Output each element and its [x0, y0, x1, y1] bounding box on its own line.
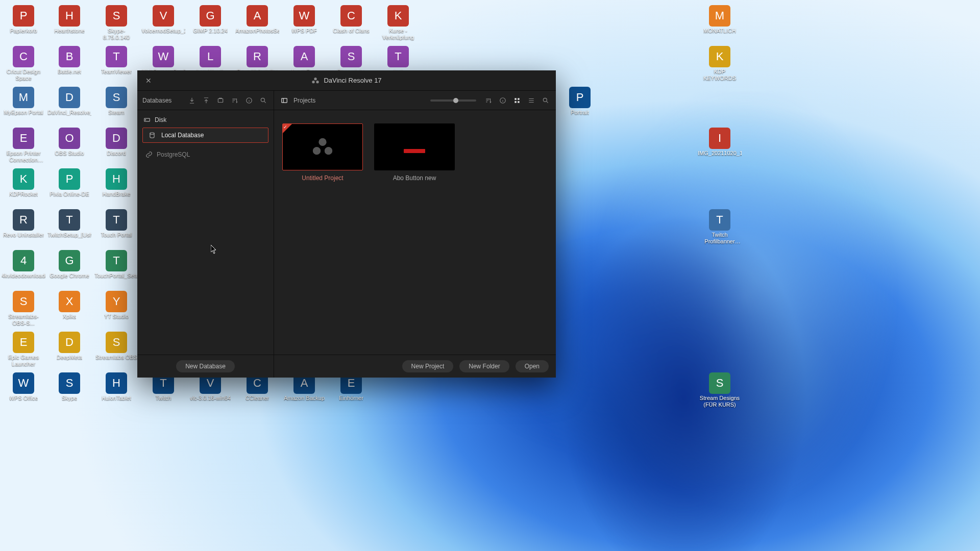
app-icon: W	[293, 5, 315, 27]
desktop-icon[interactable]: CCricut Design Space	[1, 45, 46, 83]
svg-rect-14	[518, 101, 520, 103]
desktop-icon[interactable]: SSteam	[94, 86, 139, 123]
desktop-icon[interactable]: SSkype	[47, 371, 92, 409]
list-view-icon[interactable]	[526, 95, 536, 106]
desktop-icon[interactable]: HHandBrake	[94, 167, 139, 205]
desktop-icon[interactable]: OOBS Studio	[47, 127, 92, 164]
desktop-icon[interactable]: PPapierkorb	[1, 4, 46, 42]
projects-footer: New Project New Folder Open	[274, 355, 556, 378]
desktop-icon-label: MONATLICH	[703, 28, 736, 34]
desktop-icon[interactable]: SStream Designs (FÜR KURS)	[697, 371, 742, 409]
desktop-icon-label: Steam	[108, 109, 125, 116]
desktop-icon[interactable]: KKDPRocket	[1, 167, 46, 205]
project-card-abo-button[interactable]: Abo Button new	[374, 123, 455, 182]
desktop-icon[interactable]: EEpson Printer Connection Checker	[1, 127, 46, 164]
disk-icon	[143, 116, 151, 123]
app-icon: H	[106, 372, 127, 394]
app-icon: D	[59, 87, 80, 108]
desktop-icon[interactable]: HHearthstone	[47, 4, 92, 42]
project-thumbnail[interactable]	[282, 123, 363, 170]
desktop-icon[interactable]: TTouch Portal	[94, 208, 139, 246]
desktop-icon-label: DaVinci_Resolve_16...	[47, 109, 91, 116]
desktop-icon-label: Hearthstone	[54, 28, 85, 34]
desktop-icon[interactable]: IIMG_20211020_114031	[697, 127, 742, 164]
desktop-icon[interactable]: TTouchPortal_Setup	[94, 249, 139, 287]
desktop-icon[interactable]: RRevo Uninstaller	[1, 208, 46, 246]
desktop-icon-label: Xpiks	[63, 313, 77, 320]
postgresql-group[interactable]: PostgreSQL	[140, 147, 271, 162]
svg-point-15	[543, 98, 547, 102]
db-import-icon[interactable]	[201, 95, 211, 106]
desktop-icon-label: CCleaner	[246, 395, 269, 402]
desktop-icon[interactable]: WWPS Office	[1, 371, 46, 409]
app-icon: R	[247, 46, 268, 67]
desktop-icon-label: TeamViewer	[101, 68, 132, 75]
svg-point-2	[316, 81, 319, 83]
desktop-icon[interactable]: SStreamlabs-OBS-S...	[1, 290, 46, 328]
desktop-icon[interactable]: GGIMP 2.10.24	[188, 4, 233, 42]
desktop-icon[interactable]: GGoogle Chrome	[47, 249, 92, 287]
db-backup-icon[interactable]	[215, 95, 226, 106]
desktop-icon[interactable]: EEpic Games Launcher	[1, 331, 46, 368]
desktop-icon[interactable]: 44kvideodownloader...	[1, 249, 46, 287]
desktop-icon-label: GIMP 2.10.24	[193, 28, 228, 34]
desktop-icon[interactable]: TTwitchSetup_[Usher...	[47, 208, 92, 246]
info-icon[interactable]	[244, 95, 254, 106]
desktop-icon[interactable]: CClash of Clans	[329, 4, 374, 42]
search-icon[interactable]	[258, 95, 268, 106]
desktop-icon[interactable]: KKurse - Verknüpfung	[376, 4, 421, 42]
db-export-icon[interactable]	[187, 95, 197, 106]
titlebar[interactable]: ✕ DaVinci Resolve 17	[137, 70, 556, 91]
project-card-untitled[interactable]: Untitled Project	[282, 123, 363, 182]
desktop-icon[interactable]: DDeepMeta	[47, 331, 92, 368]
svg-point-7	[145, 119, 146, 120]
desktop-icon[interactable]: WWPS PDF	[282, 4, 327, 42]
desktop-icon[interactable]: BBattle.net	[47, 45, 92, 83]
desktop-icon[interactable]: MMyEpson Portal	[1, 86, 46, 123]
desktop-icon[interactable]: YYT Studio	[94, 290, 139, 328]
project-thumbnail[interactable]	[374, 123, 455, 170]
desktop-icon[interactable]: KKDP KEYWORDS	[697, 45, 742, 83]
desktop-icon[interactable]: TTeamViewer	[94, 45, 139, 83]
desktop-icon[interactable]: MMONATLICH	[697, 4, 742, 42]
app-icon: A	[293, 46, 315, 67]
new-folder-button[interactable]: New Folder	[459, 360, 509, 372]
app-icon: B	[59, 46, 80, 67]
sort-icon[interactable]	[230, 95, 240, 106]
databases-pane: Databases Disk Local Database	[137, 91, 274, 378]
desktop-icon[interactable]: VVoicemodSetup_2.1...	[141, 4, 186, 42]
close-icon[interactable]: ✕	[144, 77, 153, 85]
desktop-icon[interactable]: PPortrait	[557, 86, 602, 123]
app-icon: G	[200, 5, 221, 27]
desktop-icon[interactable]: TTwitch Profilbanner template	[697, 208, 742, 246]
search-icon[interactable]	[541, 95, 551, 106]
desktop-icon[interactable]: PPixia Online-DE	[47, 167, 92, 205]
thumbnail-size-slider[interactable]	[430, 99, 476, 102]
desktop-icon[interactable]: SStreamlabs OBS	[94, 331, 139, 368]
desktop-icon-label: HandBrake	[102, 191, 130, 197]
new-database-button[interactable]: New Database	[176, 360, 235, 372]
desktop-icon[interactable]: HHuionTablet	[94, 371, 139, 409]
desktop-icon[interactable]: AAmazonPhotosSetup	[235, 4, 280, 42]
app-icon: Y	[106, 291, 127, 312]
app-icon: S	[13, 291, 34, 312]
app-icon: C	[340, 5, 362, 27]
desktop-icon[interactable]: DDiscord	[94, 127, 139, 164]
open-button[interactable]: Open	[516, 360, 549, 372]
sidebar-toggle-icon[interactable]	[279, 95, 289, 106]
desktop-icon-label: Epic Games Launcher	[2, 354, 45, 367]
new-project-button[interactable]: New Project	[402, 360, 454, 372]
info-icon[interactable]	[498, 95, 508, 106]
svg-rect-9	[282, 98, 287, 102]
sort-icon[interactable]	[483, 95, 494, 106]
svg-point-8	[150, 133, 154, 135]
project-manager-window: ✕ DaVinci Resolve 17 Databases Disk	[137, 70, 556, 378]
local-database-item[interactable]: Local Database	[142, 128, 268, 143]
grid-view-icon[interactable]	[512, 95, 522, 106]
desktop-icon[interactable]: SSkype-8.75.0.140	[94, 4, 139, 42]
desktop-icon[interactable]: DDaVinci_Resolve_16...	[47, 86, 92, 123]
desktop-icon[interactable]: XXpiks	[47, 290, 92, 328]
app-icon: H	[59, 5, 80, 27]
app-icon: W	[153, 46, 174, 67]
disk-group[interactable]: Disk	[140, 114, 271, 126]
